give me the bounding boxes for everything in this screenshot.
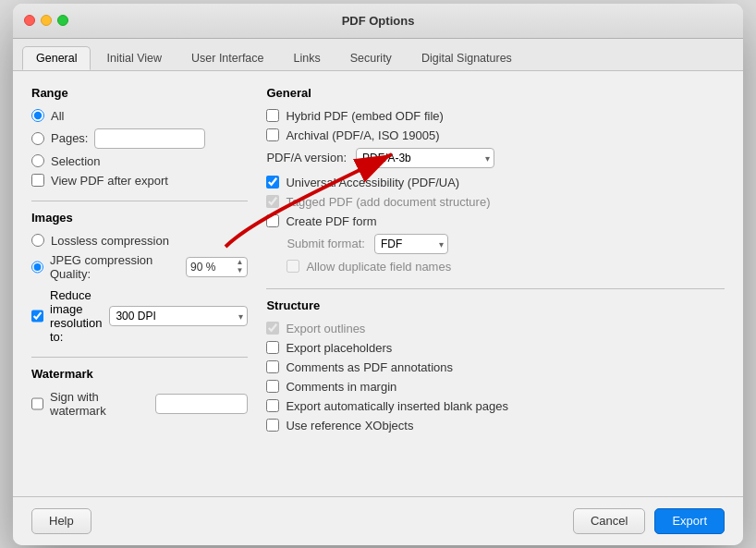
- checkbox-export-placeholders-label: Export placeholders: [286, 341, 392, 355]
- window-title: PDF Options: [342, 14, 415, 28]
- footer: Help Cancel Export: [13, 496, 743, 545]
- watermark-text-input[interactable]: [155, 394, 248, 414]
- submit-format-dropdown-wrapper: FDF PDF HTML XML: [374, 234, 448, 254]
- export-button[interactable]: Export: [654, 508, 725, 534]
- radio-lossless-label: Lossless compression: [51, 234, 169, 248]
- radio-row-all: All: [31, 109, 248, 123]
- spinner-arrows: ▲ ▼: [236, 259, 243, 274]
- spinner-down[interactable]: ▼: [236, 267, 243, 274]
- radio-pages-label: Pages:: [51, 131, 88, 145]
- reduce-row: Reduce image resolution to: 300 DPI 150 …: [31, 288, 248, 344]
- checkbox-row-use-reference: Use reference XObjects: [266, 419, 725, 432]
- submit-format-row: Submit format: FDF PDF HTML XML: [287, 234, 725, 254]
- checkbox-tagged[interactable]: [266, 195, 279, 208]
- radio-jpeg[interactable]: [31, 261, 43, 274]
- help-button[interactable]: Help: [31, 508, 91, 534]
- jpeg-quality-value: 90 %: [190, 261, 215, 274]
- tab-security[interactable]: Security: [336, 46, 406, 70]
- images-section-title: Images: [31, 211, 248, 225]
- reduce-dropdown-wrapper: 300 DPI 150 DPI 72 DPI: [109, 306, 248, 326]
- radio-selection-label: Selection: [51, 154, 100, 168]
- radio-pages[interactable]: [31, 132, 44, 145]
- checkbox-row-view-pdf: View PDF after export: [31, 174, 248, 188]
- checkbox-export-blank-label: Export automatically inserted blank page…: [286, 399, 508, 413]
- checkbox-row-create-form: Create PDF form: [266, 214, 725, 228]
- checkbox-view-pdf-label: View PDF after export: [51, 174, 168, 188]
- checkbox-row-universal: Universal Accessibility (PDF/UA): [266, 176, 725, 189]
- checkbox-hybrid-label: Hybrid PDF (embed ODF file): [286, 109, 443, 123]
- checkbox-duplicate-label: Allow duplicate field names: [306, 260, 451, 274]
- tab-user-interface[interactable]: User Interface: [177, 46, 278, 70]
- cancel-button[interactable]: Cancel: [573, 508, 645, 534]
- watermark-section-title: Watermark: [31, 367, 248, 381]
- content-area: Range All Pages: Selection: [13, 71, 743, 496]
- checkbox-comments-margin-label: Comments in margin: [286, 380, 396, 394]
- checkbox-export-outlines[interactable]: [266, 322, 279, 335]
- checkbox-comments-margin[interactable]: [266, 380, 279, 393]
- tab-links[interactable]: Links: [280, 46, 335, 70]
- checkbox-row-hybrid: Hybrid PDF (embed ODF file): [266, 109, 725, 123]
- checkbox-hybrid[interactable]: [266, 109, 279, 122]
- checkbox-reduce[interactable]: [31, 310, 43, 323]
- checkbox-duplicate[interactable]: [287, 260, 299, 273]
- submit-format-dropdown[interactable]: FDF PDF HTML XML: [374, 234, 448, 254]
- pages-input[interactable]: [94, 128, 205, 149]
- checkbox-sign-label: Sign with watermark: [50, 390, 149, 418]
- checkbox-view-pdf[interactable]: [31, 174, 44, 187]
- pdf-options-window: PDF Options General Initial View User In…: [13, 4, 743, 545]
- radio-row-selection: Selection: [31, 154, 248, 168]
- reduce-dropdown[interactable]: 300 DPI 150 DPI 72 DPI: [109, 306, 248, 326]
- range-section-title: Range: [31, 86, 248, 100]
- checkbox-row-comments-pdf: Comments as PDF annotations: [266, 360, 725, 374]
- general-section-title: General: [266, 86, 725, 100]
- checkbox-tagged-label: Tagged PDF (add document structure): [286, 195, 490, 209]
- pdfa-version-dropdown[interactable]: PDF/A-3b PDF/A-1b PDF/A-2b: [356, 148, 494, 168]
- minimize-button[interactable]: [41, 15, 52, 26]
- checkbox-row-sign: Sign with watermark: [31, 390, 248, 418]
- checkbox-row-tagged: Tagged PDF (add document structure): [266, 195, 725, 209]
- pdfa-version-row: PDF/A version: PDF/A-3b PDF/A-1b PDF/A-2…: [266, 148, 725, 168]
- radio-row-lossless: Lossless compression: [31, 234, 248, 248]
- tab-initial-view[interactable]: Initial View: [92, 46, 176, 70]
- general-section: General Hybrid PDF (embed ODF file) Arch…: [266, 86, 725, 274]
- checkbox-export-outlines-label: Export outlines: [286, 322, 365, 335]
- checkbox-universal-label: Universal Accessibility (PDF/UA): [286, 176, 459, 189]
- checkbox-archival-label: Archival (PDF/A, ISO 19005): [286, 128, 439, 142]
- radio-selection[interactable]: [31, 154, 44, 167]
- submit-format-label: Submit format:: [287, 237, 365, 250]
- zoom-button[interactable]: [57, 15, 68, 26]
- checkbox-use-reference-label: Use reference XObjects: [286, 419, 413, 432]
- left-pane: Range All Pages: Selection: [31, 86, 248, 481]
- range-radio-group: All Pages: Selection View PDF after expo…: [31, 109, 248, 188]
- checkbox-comments-pdf-label: Comments as PDF annotations: [286, 360, 453, 374]
- images-radio-group: Lossless compression JPEG compression Qu…: [31, 234, 248, 344]
- close-button[interactable]: [24, 15, 35, 26]
- checkbox-comments-pdf[interactable]: [266, 360, 279, 373]
- checkbox-row-export-blank: Export automatically inserted blank page…: [266, 399, 725, 413]
- radio-lossless[interactable]: [31, 234, 44, 247]
- traffic-lights: [24, 15, 68, 26]
- checkbox-archival[interactable]: [266, 128, 279, 141]
- checkbox-sign-watermark[interactable]: [31, 397, 43, 410]
- right-pane: General Hybrid PDF (embed ODF file) Arch…: [266, 86, 725, 481]
- structure-section: Structure Export outlines Export placeho…: [266, 298, 725, 432]
- structure-section-title: Structure: [266, 298, 725, 312]
- checkbox-row-export-outlines: Export outlines: [266, 322, 725, 335]
- footer-right-buttons: Cancel Export: [573, 508, 725, 534]
- radio-all[interactable]: [31, 109, 44, 122]
- checkbox-export-placeholders[interactable]: [266, 341, 279, 354]
- radio-jpeg-label: JPEG compression Quality:: [50, 253, 179, 281]
- checkbox-row-export-placeholders: Export placeholders: [266, 341, 725, 355]
- tab-general[interactable]: General: [22, 46, 91, 70]
- checkbox-universal[interactable]: [266, 176, 279, 189]
- tab-digital-signatures[interactable]: Digital Signatures: [408, 46, 526, 70]
- titlebar: PDF Options: [13, 4, 743, 39]
- radio-row-pages: Pages:: [31, 128, 248, 149]
- checkbox-row-comments-margin: Comments in margin: [266, 380, 725, 394]
- checkbox-export-blank[interactable]: [266, 399, 279, 412]
- checkbox-use-reference[interactable]: [266, 419, 279, 432]
- spinner-up[interactable]: ▲: [236, 259, 243, 266]
- checkbox-reduce-label: Reduce image resolution to:: [50, 288, 103, 344]
- checkbox-row-archival: Archival (PDF/A, ISO 19005): [266, 128, 725, 142]
- checkbox-create-form[interactable]: [266, 214, 279, 227]
